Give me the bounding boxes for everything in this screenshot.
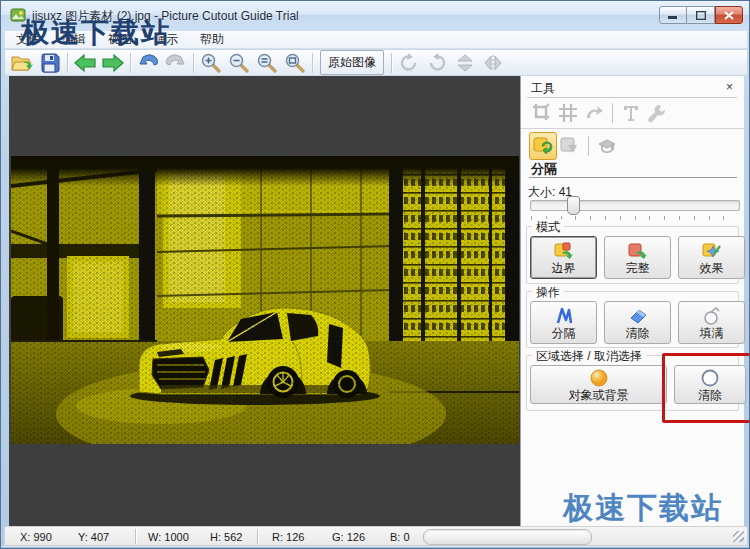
open-button[interactable] (8, 51, 36, 75)
status-g: G: 126 (332, 531, 365, 543)
panel-close-icon[interactable]: × (722, 79, 737, 94)
title-bar[interactable]: jisuxz 图片素材 (2).jpg - Picture Cutout Gui… (1, 1, 749, 30)
menu-help[interactable]: 帮助 (189, 29, 235, 50)
panel-divider (521, 128, 745, 129)
save-button[interactable] (36, 51, 64, 75)
canvas-image[interactable] (11, 156, 519, 444)
zoom-fit-button[interactable] (281, 51, 309, 75)
menu-file[interactable]: 文件 (5, 29, 51, 50)
panel-separator (612, 103, 613, 123)
grid-icon[interactable] (555, 101, 581, 125)
undo-button[interactable] (134, 51, 162, 75)
rotate-right-icon (426, 52, 448, 74)
image-canvas[interactable] (9, 76, 520, 526)
fill-lasso-icon (702, 307, 722, 325)
mode-complete-button[interactable]: 完整 (604, 236, 671, 279)
save-icon (40, 53, 60, 73)
minimize-button[interactable] (659, 6, 687, 24)
mode-complete-label: 完整 (626, 262, 650, 274)
app-window: jisuxz 图片素材 (2).jpg - Picture Cutout Gui… (0, 0, 750, 549)
op-clear-button[interactable]: 清除 (604, 301, 671, 344)
mode-effect-label: 效果 (700, 262, 724, 274)
status-y: Y: 407 (78, 531, 109, 543)
maximize-button[interactable] (687, 6, 715, 24)
status-x: X: 990 (20, 531, 52, 543)
menu-view[interactable]: 视图 (97, 29, 143, 50)
rotate-left-button[interactable] (395, 51, 423, 75)
window-controls (659, 6, 743, 24)
operation-group: 操作 分隔 清除 填满 (526, 291, 739, 348)
toolbar-separator (130, 53, 131, 73)
size-slider-track[interactable] (530, 200, 740, 211)
redo-button[interactable] (162, 51, 190, 75)
status-h: H: 562 (210, 531, 242, 543)
tools-panel: 工具 × 分隔 大小: 41 (520, 76, 744, 526)
flip-horizontal-button[interactable] (479, 51, 507, 75)
window-title: jisuxz 图片素材 (2).jpg - Picture Cutout Gui… (32, 8, 299, 25)
op-fill-label: 填满 (700, 327, 724, 339)
back-arrow-icon (73, 53, 97, 73)
finish-tool-icon[interactable] (594, 133, 620, 159)
section-divider (529, 177, 737, 178)
toolbar-separator (67, 53, 68, 73)
zoom-actual-button[interactable] (253, 51, 281, 75)
undo-icon (137, 53, 159, 73)
menu-bar: 文件 编辑 视图 演示 帮助 (4, 30, 748, 49)
toolbar: 原始图像 (4, 49, 748, 76)
status-w: W: 1000 (148, 531, 189, 543)
zoom-fit-icon (284, 52, 306, 74)
text-tool-icon[interactable] (618, 101, 644, 125)
menu-demo[interactable]: 演示 (143, 29, 189, 50)
cutout-tool-alt-icon[interactable] (557, 133, 583, 159)
effect-icon (702, 242, 722, 260)
open-icon (11, 53, 33, 73)
operation-group-label: 操作 (532, 284, 564, 301)
toolbar-separator (312, 53, 313, 73)
menu-edit[interactable]: 编辑 (51, 29, 97, 50)
original-image-button[interactable]: 原始图像 (320, 50, 384, 75)
mode-group: 模式 边界 完整 效果 (526, 226, 739, 284)
resize-grip[interactable] (733, 531, 744, 542)
object-or-background-label: 对象或背景 (569, 389, 629, 401)
forward-button[interactable] (99, 51, 127, 75)
op-fill-button[interactable]: 填满 (678, 301, 745, 344)
rotate-right-button[interactable] (423, 51, 451, 75)
toolbar-separator (391, 53, 392, 73)
status-separator (257, 529, 258, 544)
panel-separator (588, 136, 589, 156)
eraser-icon (628, 307, 648, 325)
status-r: R: 126 (272, 531, 304, 543)
op-clear-label: 清除 (626, 327, 650, 339)
zoom-actual-icon (256, 52, 278, 74)
object-or-background-button[interactable]: 对象或背景 (530, 365, 667, 404)
size-label: 大小: 41 (528, 184, 572, 201)
restore-arrow-icon[interactable] (581, 101, 607, 125)
mode-group-label: 模式 (532, 219, 564, 236)
region-group-label: 区域选择 / 取消选择 (532, 348, 646, 365)
close-button[interactable] (715, 6, 743, 24)
op-separate-button[interactable]: 分隔 (530, 301, 597, 344)
toolbar-separator (193, 53, 194, 73)
panel-toolrow-2 (529, 132, 620, 160)
mode-boundary-button[interactable]: 边界 (530, 236, 597, 279)
panel-divider (527, 97, 737, 98)
redo-icon (165, 53, 187, 73)
zoom-out-button[interactable] (225, 51, 253, 75)
zoom-in-button[interactable] (197, 51, 225, 75)
back-button[interactable] (71, 51, 99, 75)
rotate-left-icon (398, 52, 420, 74)
panel-toolrow-1 (529, 101, 670, 125)
flip-vertical-button[interactable] (451, 51, 479, 75)
size-slider-thumb[interactable] (567, 196, 580, 215)
status-bar: X: 990 Y: 407 W: 1000 H: 562 R: 126 G: 1… (4, 526, 748, 546)
separate-section-title: 分隔 (531, 160, 557, 178)
wrench-icon[interactable] (644, 101, 670, 125)
flip-horizontal-icon (483, 53, 503, 73)
status-b: B: 0 (390, 531, 410, 543)
annotation-highlight-box (662, 353, 750, 423)
boundary-icon (554, 242, 574, 260)
mode-effect-button[interactable]: 效果 (678, 236, 745, 279)
crop-icon[interactable] (529, 101, 555, 125)
cutout-tool-active-icon[interactable] (529, 132, 557, 160)
tools-panel-title: 工具 (531, 80, 555, 97)
